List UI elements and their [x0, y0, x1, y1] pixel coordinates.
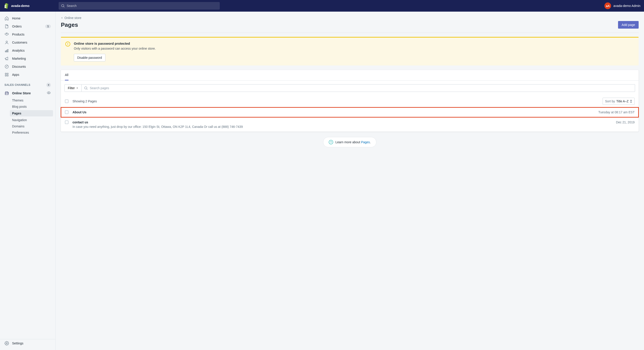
view-store-icon[interactable] [47, 91, 51, 95]
showing-count: Showing 2 Pages [72, 99, 97, 103]
subnav-domains[interactable]: Domains [0, 123, 55, 129]
sidebar-item-label: Orders [12, 24, 22, 28]
page-title: Pages [61, 21, 78, 28]
main-content: Online store Pages Add page ! Online sto… [56, 12, 644, 350]
orders-badge: 1 [45, 24, 51, 28]
pages-search-input[interactable] [90, 84, 632, 92]
add-channel-button[interactable] [46, 83, 51, 87]
shopify-logo-icon [4, 3, 9, 9]
sidebar: Home Orders 1 Products Customers Analyti… [0, 12, 56, 350]
sidebar-item-label: Settings [12, 342, 24, 345]
user-menu[interactable]: aA avada-demo Admin [604, 2, 640, 9]
row-timestamp: Tuesday at 08:17 am EST [598, 110, 634, 114]
search-icon [61, 4, 65, 8]
banner-description: Only visitors with a password can access… [74, 47, 156, 50]
sidebar-item-home[interactable]: Home [0, 14, 55, 22]
svg-marker-16 [77, 88, 78, 89]
svg-point-2 [6, 33, 7, 34]
svg-line-1 [64, 6, 64, 7]
store-name-button[interactable]: avada-demo [4, 3, 55, 9]
svg-rect-6 [8, 49, 8, 52]
gear-icon [4, 341, 9, 346]
svg-rect-11 [7, 75, 8, 76]
discounts-icon [4, 64, 9, 69]
row-timestamp: Dec 21, 2019 [616, 121, 634, 124]
apps-icon [4, 72, 9, 77]
breadcrumb[interactable]: Online store [61, 16, 639, 20]
pages-search[interactable] [82, 84, 635, 92]
subnav-blog-posts[interactable]: Blog posts [0, 104, 55, 110]
learn-more-prefix: Learn more about [336, 140, 361, 144]
user-label: avada-demo Admin [613, 4, 640, 7]
warning-icon: ! [65, 42, 70, 46]
sales-channels-header: SALES CHANNELS [0, 79, 55, 89]
row-title[interactable]: contact us [72, 121, 612, 124]
customers-icon [4, 40, 9, 45]
subnav-themes[interactable]: Themes [0, 97, 55, 104]
svg-line-18 [87, 89, 88, 89]
products-icon [4, 32, 9, 37]
analytics-icon [4, 48, 9, 53]
sidebar-item-discounts[interactable]: Discounts [0, 63, 55, 71]
filter-button[interactable]: Filter [64, 84, 82, 92]
svg-rect-9 [7, 73, 8, 74]
row-checkbox[interactable] [65, 110, 68, 114]
tab-all[interactable]: All [65, 70, 68, 80]
sidebar-item-label: Home [12, 16, 20, 20]
sidebar-item-settings[interactable]: Settings [0, 339, 55, 347]
banner-title: Online store is password protected [74, 42, 156, 45]
caret-down-icon [76, 87, 78, 89]
learn-more-link[interactable]: Pages [361, 140, 370, 144]
sidebar-item-orders[interactable]: Orders 1 [0, 22, 55, 30]
table-row[interactable]: contact usIn case you need anything, jus… [61, 117, 639, 132]
sidebar-item-online-store[interactable]: Online Store [0, 89, 55, 97]
home-icon [4, 16, 9, 20]
svg-point-0 [62, 4, 64, 7]
subnav-navigation[interactable]: Navigation [0, 117, 55, 123]
password-banner: ! Online store is password protected Onl… [61, 37, 639, 65]
global-search-input[interactable] [67, 4, 218, 7]
sidebar-item-customers[interactable]: Customers [0, 38, 55, 46]
sidebar-item-apps[interactable]: Apps [0, 71, 55, 79]
svg-point-3 [6, 41, 8, 42]
row-subtitle: In case you need anything, just drop by … [72, 125, 612, 129]
disable-password-button[interactable]: Disable password [74, 54, 106, 61]
tabs: All [61, 70, 639, 81]
svg-rect-8 [5, 73, 6, 74]
sidebar-item-analytics[interactable]: Analytics [0, 46, 55, 54]
learn-more-suffix: . [370, 140, 371, 144]
sort-arrows-icon [630, 100, 632, 103]
svg-rect-5 [6, 50, 7, 52]
divider [61, 33, 639, 33]
subnav-preferences[interactable]: Preferences [0, 129, 55, 136]
sort-dropdown[interactable]: Sort by Title A–Z [602, 98, 634, 105]
pages-card: All Filter Showing 2 Pages Sort by Title… [61, 70, 639, 132]
select-all-checkbox[interactable] [65, 99, 68, 103]
sidebar-item-products[interactable]: Products [0, 30, 55, 38]
orders-icon [4, 24, 9, 29]
table-row[interactable]: About UsTuesday at 08:17 am EST [61, 107, 639, 117]
chevron-left-icon [61, 17, 63, 19]
svg-point-15 [6, 343, 8, 344]
sidebar-item-label: Analytics [12, 49, 24, 52]
sidebar-item-marketing[interactable]: Marketing [0, 54, 55, 63]
sidebar-item-label: Discounts [12, 65, 26, 68]
svg-rect-4 [5, 51, 6, 52]
svg-point-14 [48, 92, 50, 93]
topbar: avada-demo aA avada-demo Admin [0, 0, 644, 12]
sidebar-item-label: Online Store [12, 91, 31, 95]
sidebar-item-label: Marketing [12, 57, 26, 60]
global-search[interactable] [59, 2, 220, 9]
svg-marker-20 [630, 102, 632, 103]
subnav-pages[interactable]: Pages [10, 110, 53, 116]
svg-point-17 [84, 87, 87, 89]
avatar: aA [604, 2, 611, 9]
store-icon [4, 91, 9, 95]
add-page-button[interactable]: Add page [618, 21, 639, 29]
row-title[interactable]: About Us [72, 110, 594, 114]
help-icon: ? [329, 140, 333, 144]
row-checkbox[interactable] [65, 121, 68, 124]
sidebar-item-label: Products [12, 33, 24, 36]
sidebar-item-label: Customers [12, 41, 27, 44]
sidebar-item-label: Apps [12, 73, 19, 76]
